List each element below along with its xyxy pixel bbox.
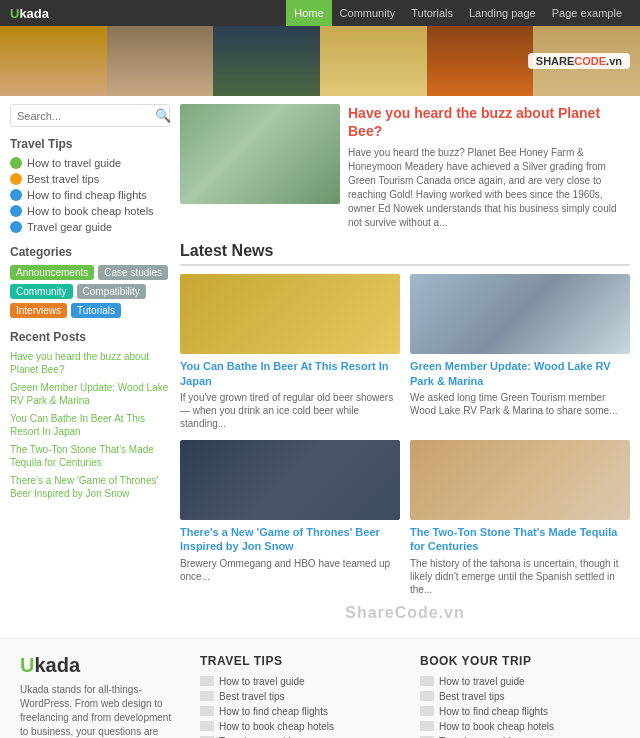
- sidebar-categories: Categories Announcements Case studies Co…: [10, 245, 170, 318]
- featured-title[interactable]: Have you heard the buzz about Planet Bee…: [348, 104, 630, 140]
- recent-post-4[interactable]: There's a New 'Game of Thrones' Beer Ins…: [10, 474, 170, 500]
- footer-link-icon-2: [200, 706, 214, 716]
- best-tips-icon: [10, 173, 22, 185]
- gear-guide-label: Travel gear guide: [27, 221, 112, 233]
- footer-travel-label-2: How to find cheap flights: [219, 706, 328, 717]
- main-container: 🔍 Travel Tips How to travel guide Best t…: [0, 96, 640, 638]
- nav-link-landing[interactable]: Landing page: [461, 0, 544, 26]
- news-card-3[interactable]: The Two-Ton Stone That's Made Tequila fo…: [410, 440, 630, 596]
- news-grid: You Can Bathe In Beer At This Resort In …: [180, 274, 630, 595]
- news-card-0[interactable]: You Can Bathe In Beer At This Resort In …: [180, 274, 400, 430]
- gear-guide-icon: [10, 221, 22, 233]
- footer-book-label-1: Best travel tips: [439, 691, 505, 702]
- cheap-hotels-label: How to book cheap hotels: [27, 205, 154, 217]
- sidebar-item-best-tips[interactable]: Best travel tips: [10, 173, 170, 185]
- logo-accent: U: [10, 6, 19, 21]
- travel-guide-icon: [10, 157, 22, 169]
- footer-travel-link-2[interactable]: How to find cheap flights: [200, 706, 400, 717]
- category-tags: Announcements Case studies Community Com…: [10, 265, 170, 318]
- footer-link-icon-3: [200, 721, 214, 731]
- footer-book-icon-0: [420, 676, 434, 686]
- featured-article: Have you heard the buzz about Planet Bee…: [180, 104, 630, 230]
- footer-logo: Ukada: [20, 654, 180, 677]
- sidebar-travel-tips: Travel Tips How to travel guide Best tra…: [10, 137, 170, 233]
- tag-community[interactable]: Community: [10, 284, 73, 299]
- nav-link-tutorials[interactable]: Tutorials: [403, 0, 461, 26]
- news-card-title-0: You Can Bathe In Beer At This Resort In …: [180, 359, 400, 388]
- footer-travel-label-1: Best travel tips: [219, 691, 285, 702]
- footer-book-link-0[interactable]: How to travel guide: [420, 676, 620, 687]
- news-card-2[interactable]: There's a New 'Game of Thrones' Beer Ins…: [180, 440, 400, 596]
- footer-link-icon-1: [200, 691, 214, 701]
- featured-text: Have you heard the buzz about Planet Bee…: [348, 104, 630, 230]
- search-input[interactable]: [17, 110, 155, 122]
- news-card-desc-1: We asked long time Green Tourism member …: [410, 391, 630, 417]
- recent-posts-title: Recent Posts: [10, 330, 170, 344]
- hero-face-5: [427, 26, 534, 96]
- footer-desc: Ukada stands for all-things-WordPress. F…: [20, 683, 180, 738]
- search-icon[interactable]: 🔍: [155, 108, 171, 123]
- footer-book-link-1[interactable]: Best travel tips: [420, 691, 620, 702]
- footer-travel-link-1[interactable]: Best travel tips: [200, 691, 400, 702]
- tag-interviews[interactable]: Interviews: [10, 303, 67, 318]
- cheap-flights-label: How to find cheap flights: [27, 189, 147, 201]
- categories-title: Categories: [10, 245, 170, 259]
- footer-book-link-2[interactable]: How to find cheap flights: [420, 706, 620, 717]
- news-card-desc-2: Brewery Ommegang and HBO have teamed up …: [180, 557, 400, 583]
- news-card-desc-3: The history of the tahona is uncertain, …: [410, 557, 630, 596]
- recent-post-0[interactable]: Have you heard the buzz about Planet Bee…: [10, 350, 170, 376]
- sidebar-item-cheap-flights[interactable]: How to find cheap flights: [10, 189, 170, 201]
- footer-book-trip: BOOK YOUR TRIP How to travel guide Best …: [420, 654, 620, 738]
- footer-travel-tips: TRAVEL TIPS How to travel guide Best tra…: [200, 654, 400, 738]
- tag-tutorials[interactable]: Tutorials: [71, 303, 121, 318]
- footer-travel-label-0: How to travel guide: [219, 676, 305, 687]
- footer-book-trip-title: BOOK YOUR TRIP: [420, 654, 620, 668]
- sidebar-item-travel-guide[interactable]: How to travel guide: [10, 157, 170, 169]
- news-card-image-0: [180, 274, 400, 354]
- sidebar-item-cheap-hotels[interactable]: How to book cheap hotels: [10, 205, 170, 217]
- recent-post-3[interactable]: The Two-Ton Stone That's Made Tequila fo…: [10, 443, 170, 469]
- top-navigation: Ukada Home Community Tutorials Landing p…: [0, 0, 640, 26]
- featured-img-inner: [180, 104, 340, 204]
- main-content: Have you heard the buzz about Planet Bee…: [180, 104, 630, 630]
- footer-logo-accent: U: [20, 654, 34, 676]
- hero-face-1: [0, 26, 107, 96]
- sharecode-badge: SHARECODE.vn: [528, 53, 630, 69]
- footer-travel-link-3[interactable]: How to book cheap hotels: [200, 721, 400, 732]
- recent-post-2[interactable]: You Can Bathe In Beer At This Resort In …: [10, 412, 170, 438]
- hero-banner: SHARECODE.vn: [0, 26, 640, 96]
- tag-compatibility[interactable]: Compatibility: [77, 284, 146, 299]
- travel-tips-title: Travel Tips: [10, 137, 170, 151]
- footer-travel-link-0[interactable]: How to travel guide: [200, 676, 400, 687]
- news-card-desc-0: If you've grown tired of regular old bee…: [180, 391, 400, 430]
- news-card-1[interactable]: Green Member Update: Wood Lake RV Park &…: [410, 274, 630, 430]
- sidebar: 🔍 Travel Tips How to travel guide Best t…: [10, 104, 170, 630]
- news-card-image-1: [410, 274, 630, 354]
- footer-brand: Ukada Ukada stands for all-things-WordPr…: [20, 654, 180, 738]
- latest-news-title: Latest News: [180, 242, 630, 266]
- watermark-text: ShareCode.vn: [180, 596, 630, 630]
- footer-book-link-3[interactable]: How to book cheap hotels: [420, 721, 620, 732]
- sidebar-item-gear-guide[interactable]: Travel gear guide: [10, 221, 170, 233]
- cheap-flights-icon: [10, 189, 22, 201]
- search-box: 🔍: [10, 104, 170, 127]
- news-card-title-1: Green Member Update: Wood Lake RV Park &…: [410, 359, 630, 388]
- nav-link-community[interactable]: Community: [332, 0, 404, 26]
- cheap-hotels-icon: [10, 205, 22, 217]
- footer-book-label-3: How to book cheap hotels: [439, 721, 554, 732]
- recent-post-1[interactable]: Green Member Update: Wood Lake RV Park &…: [10, 381, 170, 407]
- tag-announcements[interactable]: Announcements: [10, 265, 94, 280]
- footer-travel-tips-title: TRAVEL TIPS: [200, 654, 400, 668]
- nav-link-example[interactable]: Page example: [544, 0, 630, 26]
- nav-logo: Ukada: [10, 6, 49, 21]
- footer: Ukada Ukada stands for all-things-WordPr…: [0, 638, 640, 738]
- news-card-image-3: [410, 440, 630, 520]
- hero-face-3: [213, 26, 320, 96]
- footer-travel-label-3: How to book cheap hotels: [219, 721, 334, 732]
- featured-image: [180, 104, 340, 204]
- footer-book-icon-2: [420, 706, 434, 716]
- tag-case-studies[interactable]: Case studies: [98, 265, 168, 280]
- footer-top: Ukada Ukada stands for all-things-WordPr…: [20, 654, 620, 738]
- footer-book-label-2: How to find cheap flights: [439, 706, 548, 717]
- nav-link-home[interactable]: Home: [286, 0, 331, 26]
